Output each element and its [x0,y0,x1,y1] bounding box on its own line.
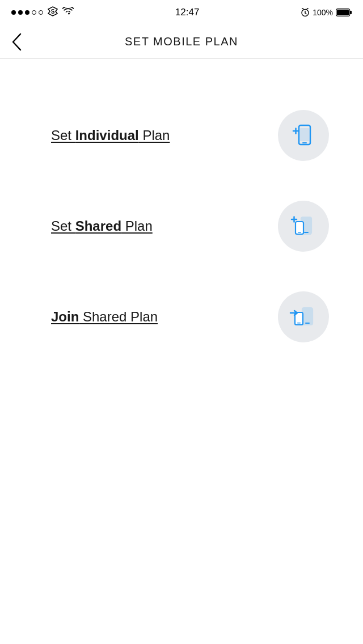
set-shared-label: Set Shared Plan [51,218,153,234]
svg-line-5 [302,8,304,9]
signal-dots [11,10,43,15]
svg-rect-12 [302,142,307,143]
dot-4 [32,10,36,15]
dot-5 [39,10,43,15]
svg-line-6 [307,8,309,9]
svg-rect-9 [350,11,352,14]
main-content: Set Individual Plan Set Shared Plan [0,59,363,382]
join-shared-plan-item[interactable]: Join Shared Plan [0,274,363,359]
dot-3 [25,10,29,15]
svg-rect-8 [337,10,349,15]
set-shared-plan-item[interactable]: Set Shared Plan [0,184,363,269]
superman-icon: S [48,6,58,19]
status-bar: S 12:47 100% [0,0,363,25]
set-shared-plan-icon [289,211,318,241]
label-bold-individual: Individual [75,128,139,143]
label-pre-shared: Set [51,218,75,234]
battery-icon [336,9,352,16]
page-header: SET MOBILE PLAN [0,25,363,59]
join-shared-plan-icon [289,302,318,332]
join-shared-plan-icon-circle [278,291,329,342]
join-shared-label: Join Shared Plan [51,309,158,325]
status-time: 12:47 [175,7,200,18]
alarm-icon [301,8,310,17]
wifi-icon [62,7,74,18]
svg-rect-15 [300,128,309,141]
battery-text: 100% [313,8,333,17]
individual-plan-icon [289,121,318,150]
svg-rect-23 [305,323,310,324]
svg-line-4 [305,13,306,14]
set-individual-label: Set Individual Plan [51,128,170,143]
dot-2 [18,10,23,15]
dot-1 [11,10,16,15]
label-post-individual: Plan [139,128,170,143]
status-left: S [11,6,74,19]
page-title: SET MOBILE PLAN [125,35,238,48]
svg-rect-25 [297,323,301,324]
svg-rect-19 [298,232,301,233]
svg-rect-22 [302,308,313,325]
label-bold-join: Join [51,309,79,324]
label-pre-individual: Set [51,128,75,143]
back-button[interactable] [10,32,23,52]
label-post-join: Shared Plan [79,309,158,324]
status-right: 100% [301,8,352,17]
label-bold-shared: Shared [75,218,121,234]
set-shared-plan-icon-circle [278,201,329,252]
set-individual-plan-item[interactable]: Set Individual Plan [0,93,363,178]
individual-plan-icon-circle [278,110,329,161]
svg-text:S: S [51,9,55,15]
label-post-shared: Plan [121,218,153,234]
svg-rect-17 [304,232,309,233]
